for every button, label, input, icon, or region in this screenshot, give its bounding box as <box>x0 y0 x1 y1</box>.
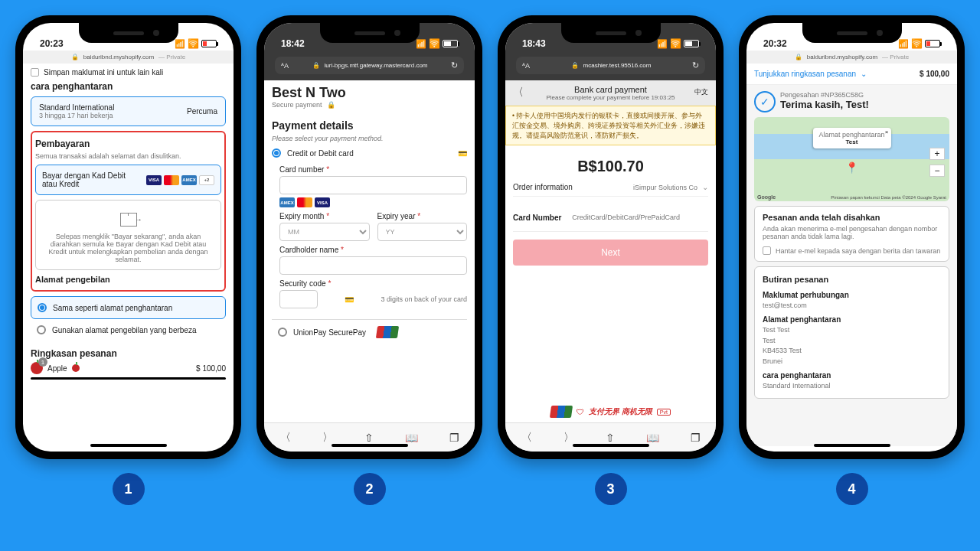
url: baiduribnd.myshopify.com <box>807 54 877 60</box>
home-indicator[interactable] <box>814 444 890 447</box>
order-info-label: Order information <box>513 183 573 191</box>
exp-m-label: Expiry month <box>279 212 324 220</box>
battery-icon <box>684 40 699 47</box>
back-button[interactable]: 〈 <box>513 86 524 99</box>
lock-icon <box>312 62 320 69</box>
addr-line: KB4533 Test <box>763 346 941 357</box>
check-circle-icon: ✓ <box>754 91 776 112</box>
url-suffix: — Private <box>158 54 185 60</box>
radio-checked-icon <box>272 148 281 158</box>
zoom-in-button[interactable]: + <box>929 148 945 160</box>
product-thumb-inline <box>72 364 80 372</box>
payment-details-heading: Payment details <box>272 119 467 132</box>
contact-email: test@test.com <box>763 301 941 311</box>
radio-icon <box>37 325 46 334</box>
chevron-down-icon: ⌄ <box>861 70 867 78</box>
card-number-input[interactable] <box>572 209 708 227</box>
billing-heading: Alamat pengebilan <box>35 275 221 284</box>
confirmation-card: Pesanan anda telah disahkan Anda akan me… <box>754 206 949 262</box>
thank-you: Terima kasih, Test! <box>780 99 869 110</box>
billing-diff-option[interactable]: Gunakan alamat pengebilan yang berbeza <box>31 324 226 341</box>
billing-same-label: Sama seperti alamat penghantaran <box>53 304 172 312</box>
summary-heading: Ringkasan pesanan <box>31 348 226 359</box>
ship-method-value: Standard International <box>763 381 941 392</box>
forward-button[interactable]: 〉 <box>322 431 333 445</box>
amex-icon: AMEX <box>279 197 295 207</box>
radio-checked-icon <box>38 303 47 312</box>
unionpay-icon <box>550 406 573 418</box>
phone-2: 18:42 🛜 ᴬA luri-bpgs.mtf.gateway.masterc… <box>256 15 482 459</box>
text-size-button[interactable]: ᴬA <box>522 62 530 70</box>
confirmed-title: Pesanan anda telah disahkan <box>763 213 941 222</box>
address-bar[interactable]: baiduribnd.myshopify.com — Private <box>23 51 234 64</box>
map[interactable]: Alamat penghantaran Test × 📍 + − Google … <box>754 117 949 201</box>
tabs-button[interactable]: ❐ <box>691 432 701 444</box>
pvt-badge: Pvt <box>657 409 671 416</box>
url-suffix: — Private <box>882 54 909 60</box>
text-size-button[interactable]: ᴬA <box>281 62 289 70</box>
address-bar[interactable]: ᴬA luri-bpgs.mtf.gateway.mastercard.com <box>275 57 464 74</box>
back-button[interactable]: 〈 <box>521 431 532 445</box>
signal-icon <box>416 38 426 49</box>
card-label: Card Number <box>513 214 561 222</box>
unionpay-option[interactable]: UnionPay SecurePay <box>272 319 467 344</box>
clock: 20:23 <box>40 38 64 49</box>
lock-icon: 🔒 <box>327 101 335 109</box>
home-indicator[interactable] <box>332 444 408 447</box>
close-icon[interactable]: × <box>885 129 889 135</box>
ship-addr-title: Alamat penghantaran <box>763 314 941 325</box>
tabs-button[interactable]: ❐ <box>449 432 459 444</box>
address-bar[interactable]: baiduribnd.myshopify.com — Private <box>746 51 957 64</box>
address-bar[interactable]: ᴬA mcashier.test.95516.com <box>516 57 705 74</box>
redirect-text: Selepas mengklik "Bayar sekarang", anda … <box>44 233 213 263</box>
bookmarks-button[interactable]: 📖 <box>646 432 659 444</box>
lock-icon <box>71 54 79 60</box>
bookmarks-button[interactable]: 📖 <box>405 432 418 444</box>
back-button[interactable]: 〈 <box>280 431 291 445</box>
billing-same-option[interactable]: Sama seperti alamat penghantaran <box>31 296 226 319</box>
cardholder-input[interactable] <box>279 256 467 275</box>
zoom-out-button[interactable]: − <box>929 165 945 177</box>
more-cards-badge: +2 <box>199 175 214 185</box>
step-badge-4: 4 <box>836 473 868 505</box>
page-title: Bank card payment <box>528 85 693 94</box>
warning-banner: • 持卡人使用中国境内发行的银联卡，直接或间接开展、参与外汇按金交易、境外购房、… <box>505 106 716 145</box>
save-info-label: Simpan maklumat ini untuk lain kali <box>44 68 163 77</box>
contact-title: Maklumat perhubungan <box>763 289 941 301</box>
card-number-input[interactable] <box>279 176 467 194</box>
order-info-row[interactable]: Order information iSimpur Solutions Co⌄ <box>513 183 708 191</box>
mastercard-icon <box>164 175 179 185</box>
payment-option[interactable]: Bayar dengan Kad Debit atau Kredit VISA … <box>35 165 221 195</box>
reload-icon[interactable] <box>451 60 458 70</box>
language-toggle[interactable]: 中文 <box>694 87 708 97</box>
merchant-name: Best N Two <box>272 85 467 101</box>
ship-eta: 3 hingga 17 hari bekerja <box>39 112 114 119</box>
save-info-checkbox[interactable] <box>31 68 39 77</box>
email-opt-checkbox[interactable] <box>763 246 771 255</box>
credit-debit-option[interactable]: Credit or Debit card 💳 <box>272 145 467 161</box>
card-icon: 💳 <box>458 149 467 158</box>
ship-method-title: cara penghantaran <box>763 370 941 381</box>
secure-badge-icon: 🛡 <box>577 408 584 416</box>
share-button[interactable]: ⇧ <box>606 432 615 444</box>
url: luri-bpgs.mtf.gateway.mastercard.com <box>325 62 428 69</box>
payment-heading: Pembayaran <box>35 139 221 149</box>
shipping-option[interactable]: Standard International 3 hingga 17 hari … <box>31 96 226 126</box>
home-indicator[interactable] <box>90 444 167 447</box>
expiry-month-select[interactable]: MM <box>279 223 370 241</box>
cvv-hint: 3 digits on back of your card <box>381 295 467 303</box>
cvv-input[interactable] <box>279 290 318 308</box>
method1-label: Credit or Debit card <box>287 149 354 158</box>
share-button[interactable]: ⇧ <box>364 432 374 444</box>
item-price: $ 100,00 <box>196 364 226 373</box>
expiry-year-select[interactable]: YY <box>377 223 468 241</box>
forward-button[interactable]: 〉 <box>564 431 574 445</box>
order-total: $ 100,00 <box>920 70 949 78</box>
home-indicator[interactable] <box>573 444 649 447</box>
brand-slogan: 支付无界 商机无限 <box>589 406 652 417</box>
wifi-icon: 🛜 <box>429 38 440 49</box>
reload-icon[interactable] <box>692 60 699 70</box>
show-summary-toggle[interactable]: Tunjukkan ringkasan pesanan ⌄ <box>754 70 867 78</box>
next-button[interactable]: Next <box>513 240 708 266</box>
chevron-down-icon: ⌄ <box>702 183 708 191</box>
